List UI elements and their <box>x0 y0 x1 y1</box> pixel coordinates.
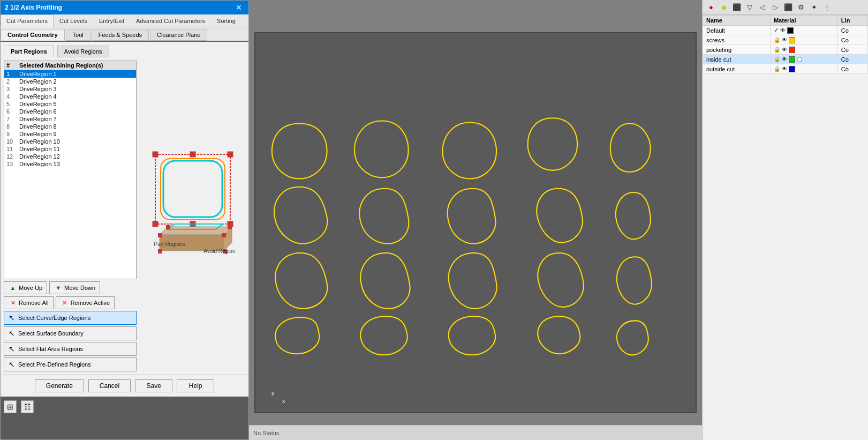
tab-row-2: Control Geometry Tool Feeds & Speeds Cle… <box>1 27 248 42</box>
list-item[interactable]: 8DriveRegion 8 <box>4 123 136 130</box>
move-down-button[interactable]: ▼ Move Down <box>49 281 100 294</box>
list-item[interactable]: 10DriveRegion 10 <box>4 138 136 145</box>
bottom-icon-1[interactable]: ⊞ <box>4 400 17 413</box>
move-up-button[interactable]: ▲ Move Up <box>4 281 47 294</box>
generate-button[interactable]: Generate <box>35 379 84 392</box>
bottom-icons: ⊞ ☷ <box>1 397 248 416</box>
remove-all-icon: ✕ <box>9 299 17 307</box>
toolbar-icon-1[interactable]: ● <box>706 2 716 13</box>
dialog-title: 2 1/2 Axis Profiling <box>5 4 62 11</box>
tab-cut-params[interactable]: Cut Parameters <box>1 14 54 27</box>
table-row[interactable]: Default ✓ 👁 Co <box>703 26 868 35</box>
list-item[interactable]: 2DriveRegion 2 <box>4 78 136 85</box>
table-row[interactable]: inside cut 🔒 👁 Co <box>703 55 868 64</box>
toolbar-icon-9[interactable]: ✦ <box>809 2 819 13</box>
list-item[interactable]: 13DriveRegion 13 <box>4 160 136 168</box>
list-item[interactable]: 3DriveRegion 3 <box>4 85 136 93</box>
toolbar-icon-3[interactable]: ⬛ <box>731 2 742 13</box>
remove-all-button[interactable]: ✕ Remove All <box>4 296 54 309</box>
remove-active-label: Remove Active <box>71 300 110 306</box>
toolbar-icon-6[interactable]: ▷ <box>770 2 781 13</box>
row-material-cell: ✓ 👁 <box>770 26 837 35</box>
tab-feeds-speeds[interactable]: Feeds & Speeds <box>92 29 149 41</box>
tab-control-geo[interactable]: Control Geometry <box>1 29 65 41</box>
close-button[interactable]: ✕ <box>233 2 244 13</box>
col-name-header: Name <box>703 16 771 26</box>
table-row[interactable]: outside cut 🔒 👁 Co <box>703 64 868 74</box>
cursor-icon-1: ↖ <box>7 314 16 322</box>
svg-rect-18 <box>158 249 162 253</box>
right-panel: ● ◆ ⬛ ▽ ◁ ▷ ⬛ ⚙ ✦ ⋮ Name Material Lin De… <box>702 0 868 440</box>
tab-entry-exit[interactable]: Entry/Exit <box>93 14 130 27</box>
tab-adv-cut[interactable]: Advanced Cut Parameters <box>130 14 211 27</box>
right-toolbar: ● ◆ ⬛ ▽ ◁ ▷ ⬛ ⚙ ✦ ⋮ <box>703 0 868 15</box>
eye-icon: 👁 <box>782 66 787 72</box>
svg-rect-13 <box>158 233 162 237</box>
help-button[interactable]: Help <box>177 379 214 392</box>
color-swatch <box>789 56 795 63</box>
cursor-icon-2: ↖ <box>7 329 16 338</box>
toolbar-icon-4[interactable]: ▽ <box>744 2 755 13</box>
row-name-cell: outside cut <box>703 64 771 74</box>
y-axis-label: y <box>271 390 275 396</box>
row-name-cell: Default <box>703 26 771 35</box>
dialog-bottom-strip: ⊞ ☷ <box>1 397 248 439</box>
select-curve-button[interactable]: ↖ Select Curve/Edge Regions <box>4 311 137 325</box>
move-up-label: Move Up <box>19 285 42 291</box>
toolbar-icon-2[interactable]: ◆ <box>719 2 729 13</box>
select-predefined-label: Select Pre-Defined Regions <box>18 361 91 368</box>
list-item[interactable]: 6DriveRegion 6 <box>4 108 136 115</box>
select-surface-button[interactable]: ↖ Select Surface Boundary <box>4 326 137 340</box>
tab-clearance[interactable]: Clearance Plane <box>150 29 207 41</box>
table-row[interactable]: pocketing 🔒 👁 Co <box>703 45 868 55</box>
diagram-container: Part Regions Avoid Region <box>150 149 236 283</box>
bottom-icon-2[interactable]: ☷ <box>21 400 34 413</box>
color-swatch <box>789 66 795 72</box>
list-item[interactable]: 5DriveRegion 5 <box>4 100 136 108</box>
select-flat-button[interactable]: ↖ Select Flat Area Regions <box>4 342 137 356</box>
tab-cut-levels[interactable]: Cut Levels <box>54 14 93 27</box>
region-list-scroll[interactable]: 1DriveRegion 12DriveRegion 23DriveRegion… <box>4 70 136 279</box>
material-table: Name Material Lin Default ✓ 👁 Co screws <box>703 15 868 74</box>
list-item[interactable]: 9DriveRegion 9 <box>4 130 136 138</box>
tab-tool[interactable]: Tool <box>66 29 90 41</box>
eye-icon: 👁 <box>782 37 787 43</box>
sub-tab-row: Part Regions Avoid Regions <box>1 42 248 57</box>
main-dialog: 2 1/2 Axis Profiling ✕ Cut Parameters Cu… <box>0 0 249 440</box>
select-predefined-button[interactable]: ↖ Select Pre-Defined Regions <box>4 357 137 371</box>
list-item[interactable]: 4DriveRegion 4 <box>4 93 136 100</box>
row-name: DriveRegion 7 <box>19 116 134 122</box>
row-num: 1 <box>6 71 19 77</box>
col-header-name: Selected Machining Region(s) <box>19 62 134 69</box>
toolbar-icon-8[interactable]: ⚙ <box>796 2 806 13</box>
row-lin-cell: Co <box>837 45 867 55</box>
list-item[interactable]: 12DriveRegion 12 <box>4 153 136 160</box>
row-name: DriveRegion 11 <box>19 146 134 152</box>
row-name: DriveRegion 5 <box>19 101 134 107</box>
tab-sorting[interactable]: Sorting <box>211 14 241 27</box>
row-num: 13 <box>6 161 19 167</box>
table-row[interactable]: screws 🔒 👁 Co <box>703 35 868 45</box>
toolbar-icon-5[interactable]: ◁ <box>757 2 768 13</box>
tab-part-regions[interactable]: Part Regions <box>4 46 54 57</box>
toolbar-icon-10[interactable]: ⋮ <box>821 2 832 13</box>
row-num: 2 <box>6 78 19 85</box>
list-item[interactable]: 7DriveRegion 7 <box>4 115 136 123</box>
select-curve-label: Select Curve/Edge Regions <box>18 315 90 321</box>
lock-icon: 🔒 <box>774 37 780 43</box>
part-regions-label: Part Regions <box>154 241 185 247</box>
row-num: 7 <box>6 116 19 122</box>
save-button[interactable]: Save <box>135 379 172 392</box>
row-num: 6 <box>6 108 19 115</box>
list-item[interactable]: 11DriveRegion 11 <box>4 145 136 153</box>
avoid-region-label: Avoid Region <box>203 248 235 254</box>
right-column: Part Regions Avoid Region <box>140 61 245 371</box>
dialog-content: # Selected Machining Region(s) 1DriveReg… <box>1 57 248 375</box>
row-num: 5 <box>6 101 19 107</box>
tab-avoid-regions[interactable]: Avoid Regions <box>57 46 109 57</box>
cancel-button[interactable]: Cancel <box>88 379 131 392</box>
list-item[interactable]: 1DriveRegion 1 <box>4 70 136 78</box>
toolbar-icon-7[interactable]: ⬛ <box>783 2 794 13</box>
svg-marker-9 <box>160 227 232 235</box>
remove-active-button[interactable]: ✕ Remove Active <box>56 296 115 309</box>
